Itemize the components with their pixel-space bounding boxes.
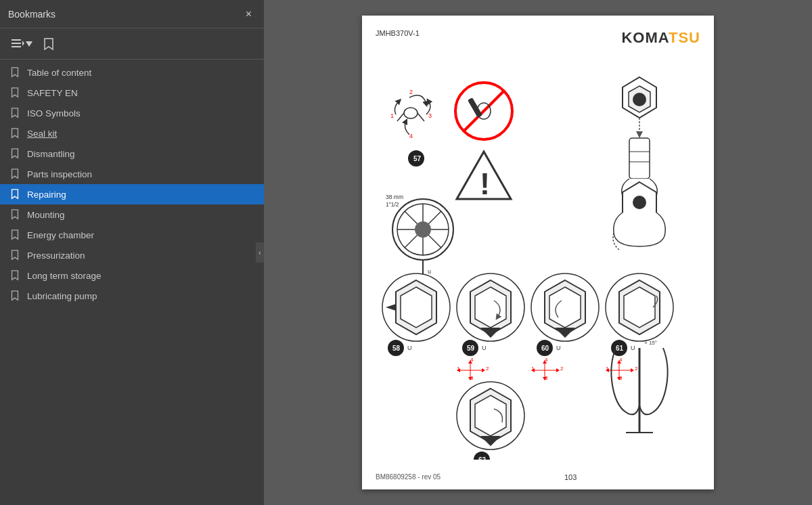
bookmark-label-pressurization: Pressurization	[27, 250, 254, 261]
bookmark-icon-dismantling	[9, 148, 20, 159]
bookmark-item-parts-inspection[interactable]: Parts inspection	[0, 164, 264, 184]
diagram-area: 57 2 1 3 4	[376, 53, 700, 462]
svg-marker-3	[22, 41, 24, 46]
bookmark-item-lubricating-pump[interactable]: Lubricating pump	[0, 286, 264, 306]
bookmark-label-iso-symbols: ISO Symbols	[27, 108, 254, 118]
svg-line-13	[418, 113, 424, 121]
bookmark-icon-parts-inspection	[9, 169, 20, 179]
sidebar-toolbar	[0, 28, 264, 60]
svg-marker-67	[482, 368, 485, 372]
svg-text:2: 2	[486, 366, 489, 372]
svg-text:+ 15°: + 15°	[644, 340, 657, 346]
bookmark-icon	[43, 38, 54, 50]
svg-point-20	[633, 93, 646, 106]
svg-text:60: 60	[541, 345, 549, 352]
bookmark-item-safety-en[interactable]: SAFETY EN	[0, 83, 264, 103]
bookmark-item-dismantling[interactable]: Dismantling	[0, 144, 264, 164]
svg-text:1: 1	[390, 112, 394, 119]
svg-text:U: U	[482, 345, 487, 351]
bookmark-add-button[interactable]	[39, 35, 58, 53]
bookmark-item-seal-kit[interactable]: Seal kit	[0, 123, 264, 144]
bookmark-label-table-of-content: Table of content	[27, 68, 254, 78]
svg-text:58: 58	[392, 345, 401, 352]
svg-text:38 mm: 38 mm	[386, 194, 403, 200]
close-button[interactable]: ×	[242, 7, 256, 22]
expand-icon	[11, 38, 24, 50]
bookmark-item-iso-symbols[interactable]: ISO Symbols	[0, 103, 264, 123]
svg-point-34	[415, 221, 431, 238]
bookmark-icon-energy-chamber	[9, 229, 20, 240]
svg-marker-4	[26, 41, 32, 47]
svg-text:U: U	[631, 345, 635, 351]
svg-text:61: 61	[616, 345, 624, 352]
svg-rect-23	[629, 138, 650, 179]
bookmark-item-mounting[interactable]: Mounting	[0, 204, 264, 225]
expand-all-button[interactable]	[7, 35, 37, 53]
svg-point-11	[404, 108, 418, 118]
doc-header: JMHB370V-1 KOMATSU	[376, 29, 700, 47]
svg-text:2: 2	[409, 89, 413, 95]
document-id: JMHB370V-1	[376, 29, 420, 37]
bookmark-label-dismantling: Dismantling	[27, 149, 254, 159]
svg-marker-87	[624, 287, 655, 328]
bookmark-icon-mounting	[9, 209, 20, 220]
svg-text:U: U	[407, 345, 412, 351]
bookmark-item-pressurization[interactable]: Pressurization	[0, 245, 264, 265]
doc-footer: BM86809258 - rev 05 103	[362, 473, 714, 481]
svg-text:2: 2	[635, 366, 638, 372]
svg-text:57: 57	[413, 155, 422, 162]
svg-marker-70	[549, 287, 581, 328]
svg-text:U: U	[556, 345, 561, 351]
svg-point-43	[633, 196, 646, 209]
bookmark-item-table-of-content[interactable]: Table of content	[0, 62, 264, 83]
svg-text:3: 3	[428, 112, 432, 119]
svg-marker-84	[556, 368, 560, 372]
bookmark-icon-iso-symbols	[9, 108, 20, 118]
bookmark-item-repairing[interactable]: Repairing	[0, 184, 264, 204]
document-page: JMHB370V-1 KOMATSU 57 2 1 3 4	[362, 16, 714, 489]
bookmark-icon-seal-kit	[9, 128, 20, 139]
svg-text:62: 62	[478, 456, 487, 460]
svg-text:u: u	[428, 268, 431, 275]
technical-diagram: 57 2 1 3 4	[376, 53, 700, 460]
svg-marker-53	[475, 287, 506, 328]
bookmark-list: Table of content SAFETY EN ISO Symbols S…	[0, 60, 264, 505]
chevron-down-icon	[26, 41, 32, 47]
bookmark-label-long-term-storage: Long term storage	[27, 271, 254, 281]
main-content: ‹ JMHB370V-1 KOMATSU 57 2 1 3 4	[264, 0, 812, 505]
page-number: 103	[441, 473, 700, 481]
bookmark-icon-pressurization	[9, 250, 20, 261]
bookmark-label-lubricating-pump: Lubricating pump	[27, 291, 254, 301]
bookmark-item-energy-chamber[interactable]: Energy chamber	[0, 225, 264, 245]
svg-text:59: 59	[467, 345, 475, 352]
sidebar-title: Bookmarks	[8, 9, 55, 20]
bookmark-label-repairing: Repairing	[27, 190, 254, 200]
bookmark-label-mounting: Mounting	[27, 210, 254, 220]
svg-rect-2	[12, 46, 21, 47]
bookmark-icon-table-of-content	[9, 67, 20, 78]
svg-text:1"1/2: 1"1/2	[386, 201, 399, 208]
svg-marker-46	[401, 287, 432, 328]
bookmark-item-long-term-storage[interactable]: Long term storage	[0, 265, 264, 286]
svg-text:4: 4	[409, 133, 413, 139]
bookmark-label-energy-chamber: Energy chamber	[27, 230, 254, 240]
komatsu-logo: KOMATSU	[621, 29, 700, 47]
svg-rect-0	[12, 39, 21, 41]
bookmark-label-seal-kit: Seal kit	[27, 129, 254, 139]
bookmark-icon-safety-en	[9, 87, 20, 98]
svg-text:2: 2	[560, 366, 564, 372]
bookmark-icon-lubricating-pump	[9, 290, 20, 301]
bookmark-label-safety-en: SAFETY EN	[27, 88, 254, 98]
svg-line-12	[397, 113, 404, 121]
bookmark-label-parts-inspection: Parts inspection	[27, 169, 254, 179]
svg-text:!: !	[480, 167, 490, 201]
sidebar-header: Bookmarks ×	[0, 0, 264, 28]
svg-marker-101	[631, 368, 634, 372]
svg-rect-1	[12, 43, 21, 44]
svg-marker-22	[636, 131, 643, 138]
bookmark-icon-repairing	[9, 189, 20, 200]
collapse-sidebar-button[interactable]: ‹	[256, 242, 264, 263]
footer-ref: BM86809258 - rev 05	[376, 473, 441, 481]
bookmark-icon-long-term-storage	[9, 270, 20, 281]
sidebar: Bookmarks × Table of content	[0, 0, 264, 505]
